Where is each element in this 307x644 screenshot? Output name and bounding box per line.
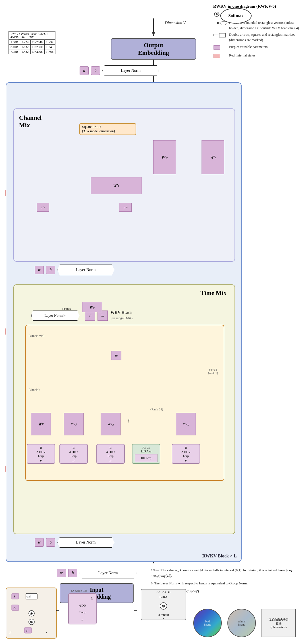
svg-rect-98 [219, 33, 225, 37]
W-r-prime-box: W'ᵣ [202, 140, 224, 174]
time-mix-layer-norm-w: w [35, 538, 44, 547]
svg-text:Dimension V: Dimension V [165, 21, 186, 25]
rwkv-block: RWKV Block × L ChannelMix Square ReLU (3… [6, 82, 242, 562]
svg-rect-111 [24, 628, 32, 633]
param-row-2-size: 3.10B [9, 45, 20, 49]
time-mix-label: Time Mix [200, 289, 227, 297]
svg-text:⊗: ⊗ [30, 611, 33, 616]
output-embedding: OutputEmbedding [111, 38, 196, 60]
dd-lerp-expansion: tanh λ A ⊗ ⊕ μ x' x [6, 588, 57, 639]
dd-lerp-expansion-label: tanh λ A ⊗ ⊕ μ x' x [6, 588, 56, 639]
lora-box: A₀ B₀ LoRA ω DD Lerp [132, 444, 160, 464]
Wo-box: Wₒ [82, 302, 102, 312]
rank1-label: 64×64(rank 1) [208, 368, 218, 375]
param-table: RWKV-6 Param Count: 13D²L + 468DL + 4D +… [9, 31, 55, 54]
Wkj-box: Wₖ,ⱼ [101, 413, 121, 435]
softmax-label: Softmax [220, 8, 252, 24]
svg-text:μ: μ [26, 629, 28, 632]
svg-text:λ: λ [13, 595, 15, 598]
param-row-2-H: H=40 [44, 45, 55, 49]
mu-r-prime-box: μ'ᵣ [119, 203, 132, 212]
dd-lerp-wvj: B ADDλ Lerp μ [172, 444, 200, 464]
equals-2: = [134, 607, 138, 615]
param-row-1-D: D=2048 [30, 40, 44, 45]
svg-rect-103 [12, 593, 19, 599]
top-layer-norm-box: Layer Norm [102, 65, 159, 76]
channel-mix-block: ChannelMix Square ReLU (3.5x model dimen… [13, 108, 235, 262]
input-layer-norm-w: w [57, 569, 66, 577]
dd-lerp-wg: B ADDλ Lerp μ [27, 444, 55, 464]
param-row-3-L: L=32 [20, 49, 30, 54]
output-embedding-label: OutputEmbedding [111, 38, 196, 60]
dd-lerp-wrj: B ADDλ Lerp μ [59, 444, 88, 464]
param-row-2-L: L=32 [20, 45, 30, 49]
svg-text:⊕: ⊕ [30, 620, 33, 624]
wt-decay-note: *Note: The value wⱼ, known as weight dec… [151, 568, 293, 578]
page-container: Dimension V ⊕ ⊕ ⊕ [0, 0, 307, 644]
svg-text:x': x' [9, 631, 11, 634]
image-bird: birdimage [193, 609, 222, 637]
channel-mix-layer-norm-w: w [35, 266, 44, 274]
dd-lerp-wkj: B ADDλ Lerp μ [96, 444, 125, 464]
top-layer-norm-container: w b Layer Norm [80, 65, 159, 76]
param-row-1-H: H=32 [44, 40, 55, 45]
svg-rect-100 [214, 54, 220, 58]
input-layer-norm-container: w b Layer Norm [57, 568, 136, 578]
input-layer-norm-box: Layer Norm [80, 568, 136, 578]
param-row-1-L: L=24 [20, 40, 30, 45]
rwkv-block-label: RWKV Block × L [202, 553, 237, 559]
Wrj-box: Wᵣ,ⱼ [64, 413, 84, 435]
legend-item-4: Purple: trainable parameters [213, 44, 304, 52]
param-row-3-H: H=64 [44, 49, 55, 54]
dagger-symbol: † [128, 418, 130, 423]
legend-title: RWKV in one diagram (RWKV-6) [213, 3, 304, 10]
wkv-heads-sublabel: j in range(D/64) [111, 316, 132, 320]
Wvj-box: Wᵥ,ⱼ [176, 413, 196, 435]
time-mix-layer-norm-star: Layer Norm※ [31, 311, 79, 321]
top-layer-norm-w: w [80, 66, 89, 75]
lora-dd-lerp: DD Lerp [135, 454, 157, 462]
dim-64x64-label: (dim 64×64) [29, 334, 44, 337]
time-mix-layer-norm-container: w b Layer Norm [35, 537, 114, 548]
a-width-32-label: (A width 32) [71, 589, 87, 592]
time-mix-layer-norm-box: Layer Norm [57, 537, 114, 548]
flatten-label: Flatten [62, 307, 71, 311]
image-text-ref: 无极白面头杀男算法(Chinese text) [262, 609, 296, 637]
top-layer-norm-b: b [91, 66, 100, 75]
square-relu-annotation: Square ReLU (3.5x model dimension) [79, 123, 136, 135]
svg-text:⊗: ⊗ [215, 12, 218, 16]
W-v-prime-box: W'ᵥ [153, 140, 176, 174]
group-norm-note: ※ The Layer Norm with respect to heads i… [151, 581, 293, 586]
equals-1: = [55, 607, 59, 615]
svg-text:⊕: ⊕ [162, 604, 165, 608]
uj-box: uⱼ [111, 351, 121, 360]
rank64-label: (Rank 64) [150, 408, 163, 411]
time-mix-block: Time Mix Layer Norm※ lⱼ bⱼ WKV Heads j i… [13, 284, 235, 534]
Wg-box: Wᵍ [31, 413, 51, 435]
legend-item-5: Red: internal states [213, 53, 304, 60]
lora-expansion: A₀ B₀ ω LoRA ⊕ A→tanh x [141, 589, 186, 620]
W-k-prime-box: W'ₖ [91, 177, 142, 194]
image-animal: animalimage [227, 609, 256, 637]
param-row-3-D: D=4096 [30, 49, 44, 54]
channel-mix-layer-norm-container: w b Layer Norm [35, 265, 114, 275]
time-mix-layer-norm-b: b [46, 538, 55, 547]
svg-rect-95 [221, 22, 226, 25]
wkv-heads-label: WKV Heads [111, 311, 132, 315]
param-row-2-D: D=2560 [30, 45, 44, 49]
param-row-3-size: 7.58B [9, 49, 20, 54]
dd-lerp-mini: λ ADD Lerp μ [68, 593, 97, 624]
legend-item-3: Double arrows, squares and rectangles: m… [213, 32, 304, 43]
channel-mix-label: ChannelMix [19, 114, 42, 129]
param-table-header: RWKV-6 Param Count: 13D²L + 468DL + 4D +… [9, 32, 55, 40]
dim-64-label: (dim 64) [29, 388, 40, 391]
channel-mix-layer-norm-box: Layer Norm [57, 265, 114, 275]
svg-text:tanh: tanh [26, 595, 31, 598]
param-row-1-size: 1.60B [9, 40, 20, 45]
svg-text:x: x [45, 631, 47, 634]
input-layer-norm-b: b [68, 569, 77, 577]
mu-k-prime-box: μ'ₖ [37, 203, 49, 212]
svg-text:A: A [13, 606, 16, 609]
svg-rect-99 [214, 45, 220, 49]
channel-mix-layer-norm-b: b [46, 266, 55, 274]
